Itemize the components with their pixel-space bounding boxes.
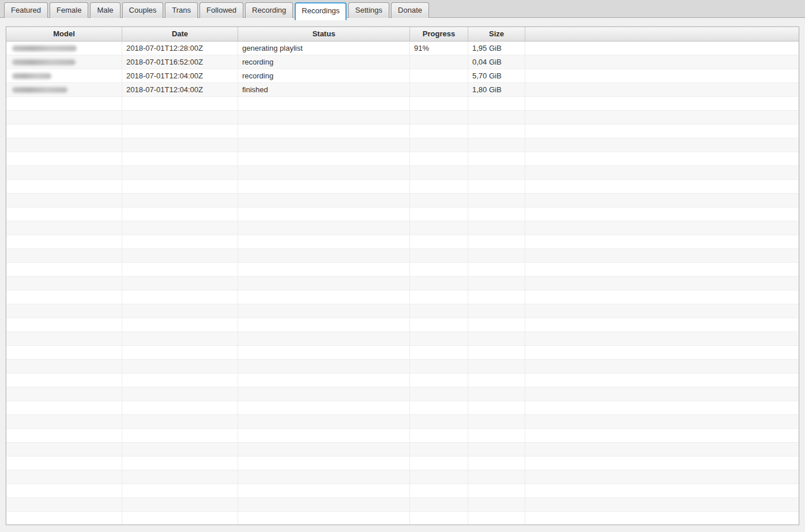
empty-cell-filler	[525, 263, 799, 276]
empty-cell	[468, 484, 525, 497]
empty-cell	[410, 249, 468, 262]
empty-cell	[122, 111, 238, 124]
empty-cell	[6, 360, 122, 373]
cell-model	[6, 83, 122, 96]
tab-list: Featured Female Male Couples Trans Follo…	[0, 0, 805, 18]
empty-cell	[410, 360, 468, 373]
empty-cell	[410, 443, 468, 456]
empty-cell	[122, 152, 238, 165]
empty-cell	[468, 263, 525, 276]
cell-filler	[525, 55, 799, 69]
empty-cell	[238, 318, 410, 331]
table-header: Model Date Status Progress Size	[6, 27, 799, 41]
empty-cell	[6, 138, 122, 152]
empty-cell	[238, 304, 410, 318]
empty-cell	[6, 332, 122, 345]
empty-row	[6, 401, 799, 415]
column-header-status[interactable]: Status	[238, 27, 410, 41]
empty-row	[6, 207, 799, 221]
redacted-model-name	[12, 73, 51, 79]
empty-cell	[122, 387, 238, 401]
empty-cell	[468, 415, 525, 428]
tab-settings[interactable]: Settings	[348, 2, 389, 18]
empty-cell	[468, 512, 525, 525]
empty-cell-filler	[525, 346, 799, 359]
empty-cell	[6, 346, 122, 359]
empty-row	[6, 263, 799, 277]
empty-cell-filler	[525, 304, 799, 318]
tab-recordings[interactable]: Recordings	[295, 2, 347, 20]
empty-cell	[122, 332, 238, 345]
empty-row	[6, 318, 799, 332]
column-header-model[interactable]: Model	[6, 27, 122, 41]
empty-cell	[238, 207, 410, 221]
cell-size: 1,80 GiB	[468, 83, 525, 96]
tab-followed[interactable]: Followed	[200, 2, 243, 18]
empty-cell-filler	[525, 138, 799, 152]
empty-cell-filler	[525, 221, 799, 235]
empty-cell-filler	[525, 498, 799, 511]
empty-cell	[122, 470, 238, 484]
empty-cell	[410, 194, 468, 207]
empty-cell	[410, 235, 468, 248]
empty-cell	[410, 318, 468, 331]
empty-cell	[6, 207, 122, 221]
empty-cell	[238, 498, 410, 511]
table-row[interactable]: 2018-07-01T12:04:00Z finished 1,80 GiB	[6, 83, 799, 97]
tab-trans[interactable]: Trans	[165, 2, 198, 18]
cell-progress	[410, 69, 468, 82]
empty-cell	[122, 304, 238, 318]
cell-status: finished	[238, 83, 410, 96]
empty-cell	[122, 498, 238, 511]
empty-cell	[238, 429, 410, 442]
empty-row	[6, 194, 799, 207]
empty-cell	[238, 346, 410, 359]
empty-cell	[410, 346, 468, 359]
empty-cell	[410, 498, 468, 511]
empty-cell	[410, 221, 468, 235]
cell-progress: 91%	[410, 41, 468, 55]
table-row[interactable]: 2018-07-01T12:28:00Z generating playlist…	[6, 41, 799, 55]
empty-cell	[468, 387, 525, 401]
empty-row	[6, 111, 799, 124]
empty-cell	[410, 470, 468, 484]
tab-male[interactable]: Male	[90, 2, 120, 18]
tab-featured[interactable]: Featured	[4, 2, 48, 18]
table-row[interactable]: 2018-07-01T16:52:00Z recording 0,04 GiB	[6, 55, 799, 69]
empty-cell	[410, 290, 468, 304]
empty-cell-filler	[525, 401, 799, 414]
empty-cell	[6, 415, 122, 428]
column-header-size[interactable]: Size	[468, 27, 525, 41]
tab-female[interactable]: Female	[50, 2, 88, 18]
empty-cell	[6, 221, 122, 235]
empty-cell	[238, 456, 410, 470]
column-header-date[interactable]: Date	[122, 27, 238, 41]
empty-cell	[468, 346, 525, 359]
empty-cell	[6, 318, 122, 331]
empty-cell	[468, 401, 525, 414]
empty-cell-filler	[525, 512, 799, 525]
table-row[interactable]: 2018-07-01T12:04:00Z recording 5,70 GiB	[6, 69, 799, 83]
empty-cell	[6, 97, 122, 110]
empty-cell-filler	[525, 318, 799, 331]
redacted-model-name	[12, 59, 76, 65]
empty-row	[6, 124, 799, 138]
empty-cell	[468, 221, 525, 235]
cell-filler	[525, 69, 799, 82]
empty-cell	[410, 138, 468, 152]
cell-model	[6, 55, 122, 69]
empty-row	[6, 387, 799, 401]
column-header-progress[interactable]: Progress	[410, 27, 468, 41]
empty-cell	[122, 318, 238, 331]
tab-recording[interactable]: Recording	[245, 2, 293, 18]
empty-cell	[468, 249, 525, 262]
tab-couples[interactable]: Couples	[122, 2, 164, 18]
empty-row	[6, 470, 799, 484]
empty-cell	[238, 373, 410, 387]
empty-cell	[410, 332, 468, 345]
empty-row	[6, 97, 799, 111]
tab-donate[interactable]: Donate	[391, 2, 429, 18]
empty-cell	[410, 401, 468, 414]
empty-cell	[122, 290, 238, 304]
cell-size: 5,70 GiB	[468, 69, 525, 82]
